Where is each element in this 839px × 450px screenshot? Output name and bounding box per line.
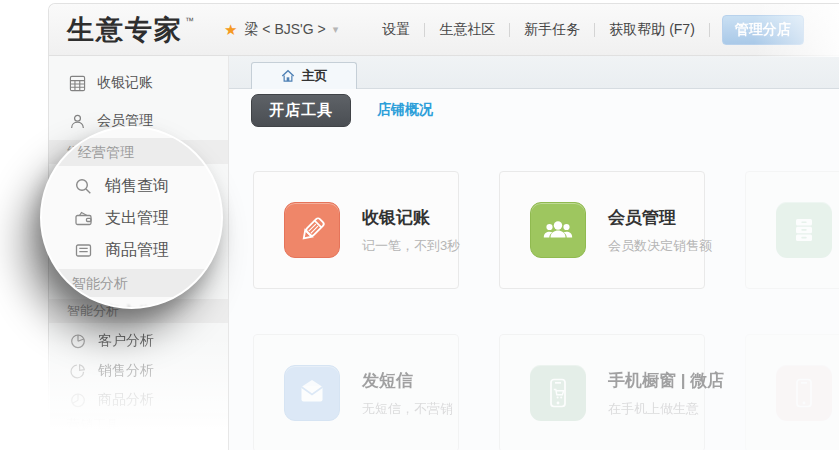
sidebar-item-label: 销售查询 xyxy=(105,176,169,197)
nav-newbie-tasks[interactable]: 新手任务 xyxy=(510,21,594,39)
sidebar-section-marketing: 营销工具 xyxy=(49,413,228,437)
sidebar-item-label: 客户分析 xyxy=(98,332,154,350)
member-icon xyxy=(69,113,86,130)
manage-branch-button[interactable]: 管理分店 xyxy=(722,15,804,45)
sidebar-item-label: 收银记账 xyxy=(97,74,153,92)
card-title: 收银记账 xyxy=(362,206,460,229)
sidebar-item-label: 商品管理 xyxy=(105,240,169,261)
card-text: 手机橱窗 | 微店 在手机上做生意 xyxy=(608,369,724,418)
search-icon xyxy=(74,177,93,196)
card-title: 发短信 xyxy=(362,369,453,392)
open-shop-tools-button[interactable]: 开店工具 xyxy=(251,94,351,127)
card-members[interactable]: 会员管理 会员数决定销售额 xyxy=(499,171,705,289)
card-subtitle: 无短信，不营销 xyxy=(362,400,453,418)
shop-overview-link[interactable]: 店铺概况 xyxy=(377,101,433,119)
user-name: 梁 < BJS'G > xyxy=(244,21,325,39)
magnifier-highlight: 经营管理 销售查询 支出管理 商品管理 智能分析 xyxy=(40,126,223,309)
app-header: 生意专家 ™ ★ 梁 < BJS'G > ▾ 设置 生意社区 新手任务 获取帮助… xyxy=(49,4,839,56)
sidebar-item-label: 支出管理 xyxy=(105,208,169,229)
card-subtitle: 会员数决定销售额 xyxy=(608,237,712,255)
app-logo: 生意专家 ™ xyxy=(67,15,194,45)
pie-chart-icon xyxy=(69,332,87,350)
sidebar-item-label: 销售分析 xyxy=(98,362,154,380)
phone-icon xyxy=(776,365,832,421)
tab-bar: 主页 xyxy=(229,56,839,89)
sidebar-item-expenses[interactable]: 支出管理 xyxy=(42,202,221,234)
sidebar-item-cashier[interactable]: 收银记账 xyxy=(49,64,228,102)
top-nav: 设置 生意社区 新手任务 获取帮助 (F7) 管理分店 xyxy=(368,15,804,45)
wallet-icon xyxy=(74,209,93,228)
sidebar-item-label: 商品分析 xyxy=(98,391,154,409)
products-icon xyxy=(74,241,93,260)
nav-community[interactable]: 生意社区 xyxy=(425,21,509,39)
star-icon: ★ xyxy=(224,21,237,39)
window-border-fade xyxy=(47,330,50,450)
card-subtitle: 记一笔，不到3秒 xyxy=(362,237,460,255)
card-text: 发短信 无短信，不营销 xyxy=(362,369,453,418)
user-menu[interactable]: ★ 梁 < BJS'G > ▾ xyxy=(224,21,338,39)
card-text: 会员管理 会员数决定销售额 xyxy=(608,206,712,255)
divider xyxy=(709,23,710,37)
card-subtitle: 在手机上做生意 xyxy=(608,400,724,418)
card-title: 手机橱窗 | 微店 xyxy=(608,369,724,392)
phone-shop-icon xyxy=(530,365,586,421)
chevron-down-icon: ▾ xyxy=(333,23,339,36)
group-icon xyxy=(530,202,586,258)
home-icon xyxy=(281,69,295,83)
page: 生意专家 ™ ★ 梁 < BJS'G > ▾ 设置 生意社区 新手任务 获取帮助… xyxy=(0,0,839,450)
card-sms[interactable]: 发短信 无短信，不营销 xyxy=(253,334,459,450)
card-inventory[interactable] xyxy=(745,171,839,289)
envelope-icon xyxy=(284,365,340,421)
card-text: 收银记账 记一笔，不到3秒 xyxy=(362,206,460,255)
trademark: ™ xyxy=(185,16,194,26)
calculator-icon xyxy=(69,75,86,92)
pencil-icon xyxy=(284,202,340,258)
pie-chart-icon xyxy=(69,362,87,380)
card-phone-app[interactable] xyxy=(745,334,839,450)
nav-settings[interactable]: 设置 xyxy=(368,21,424,39)
drawers-icon xyxy=(776,202,832,258)
card-title: 会员管理 xyxy=(608,206,712,229)
toolbar: 开店工具 店铺概况 xyxy=(251,95,433,125)
sidebar-item-sales-query[interactable]: 销售查询 xyxy=(42,170,221,202)
nav-get-help[interactable]: 获取帮助 (F7) xyxy=(595,21,709,39)
pie-chart-icon xyxy=(69,391,87,409)
tab-label: 主页 xyxy=(302,67,328,85)
main-content: 主页 开店工具 店铺概况 xyxy=(229,56,839,450)
card-mobile-shop[interactable]: 手机橱窗 | 微店 在手机上做生意 xyxy=(499,334,705,450)
tab-home[interactable]: 主页 xyxy=(251,62,357,89)
card-cashier[interactable]: 收银记账 记一笔，不到3秒 xyxy=(253,171,459,289)
logo-text: 生意专家 xyxy=(67,15,183,45)
sidebar-item-products[interactable]: 商品管理 xyxy=(42,234,221,266)
